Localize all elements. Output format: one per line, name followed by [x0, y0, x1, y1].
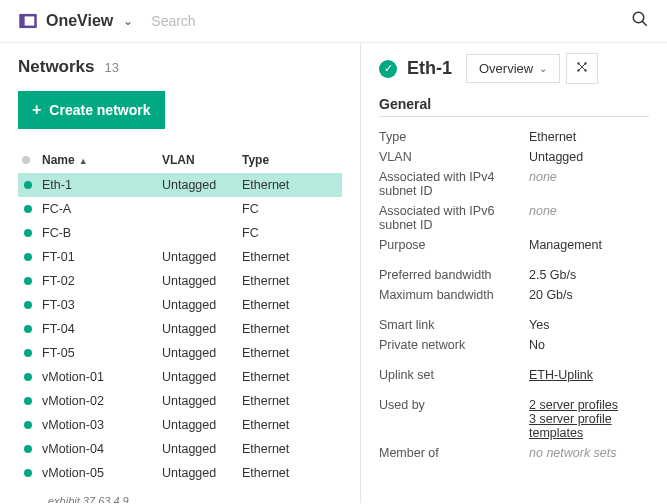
header: OneView ⌄ Search	[0, 0, 667, 43]
detail-title: Eth-1	[407, 58, 452, 79]
table-row[interactable]: FC-BFC	[18, 221, 342, 245]
cell-name: FC-A	[38, 197, 158, 221]
property-value: 20 Gb/s	[529, 288, 649, 302]
property-row: Associated with IPv6 subnet IDnone	[379, 201, 649, 235]
property-value: Management	[529, 238, 649, 252]
property-row: PurposeManagement	[379, 235, 649, 255]
cell-vlan: Untagged	[158, 365, 238, 389]
cell-name: Eth-1	[38, 173, 158, 197]
property-label: Associated with IPv6 subnet ID	[379, 204, 529, 232]
cell-vlan: Untagged	[158, 413, 238, 437]
exhibit-label: exhibit 37.63.4.9	[48, 495, 342, 503]
cell-vlan	[158, 197, 238, 221]
cell-name: vMotion-04	[38, 437, 158, 461]
property-value: No	[529, 338, 649, 352]
cell-type: Ethernet	[238, 365, 342, 389]
sort-asc-icon: ▲	[79, 156, 88, 166]
property-label: VLAN	[379, 150, 529, 164]
cell-vlan: Untagged	[158, 269, 238, 293]
status-dot-icon	[24, 373, 32, 381]
actions-button[interactable]	[566, 53, 598, 84]
cell-name: FT-01	[38, 245, 158, 269]
property-label: Type	[379, 130, 529, 144]
view-selector[interactable]: Overview ⌄	[466, 54, 560, 83]
cell-name: FT-04	[38, 317, 158, 341]
table-row[interactable]: vMotion-05UntaggedEthernet	[18, 461, 342, 485]
detail-panel: ✓ Eth-1 Overview ⌄ General TypeEthernetV…	[360, 43, 667, 503]
cell-type: Ethernet	[238, 413, 342, 437]
property-value: no network sets	[529, 446, 649, 460]
cell-vlan: Untagged	[158, 245, 238, 269]
table-row[interactable]: vMotion-02UntaggedEthernet	[18, 389, 342, 413]
property-row: Preferred bandwidth2.5 Gb/s	[379, 265, 649, 285]
table-row[interactable]: Eth-1UntaggedEthernet	[18, 173, 342, 197]
cell-name: vMotion-02	[38, 389, 158, 413]
property-label: Uplink set	[379, 368, 529, 382]
property-row: Smart linkYes	[379, 315, 649, 335]
table-row[interactable]: vMotion-04UntaggedEthernet	[18, 437, 342, 461]
property-row: Associated with IPv4 subnet IDnone	[379, 167, 649, 201]
property-row: Used by2 server profiles3 server profile…	[379, 395, 649, 443]
status-header-icon	[22, 156, 30, 164]
cell-type: Ethernet	[238, 437, 342, 461]
property-value: 2.5 Gb/s	[529, 268, 649, 282]
app-switcher-chevron-icon[interactable]: ⌄	[123, 14, 133, 28]
cell-type: Ethernet	[238, 173, 342, 197]
property-label: Maximum bandwidth	[379, 288, 529, 302]
cell-name: vMotion-01	[38, 365, 158, 389]
status-dot-icon	[24, 421, 32, 429]
type-header[interactable]: Type	[238, 147, 342, 173]
table-row[interactable]: FT-01UntaggedEthernet	[18, 245, 342, 269]
property-label: Preferred bandwidth	[379, 268, 529, 282]
chevron-down-icon: ⌄	[539, 63, 547, 74]
table-row[interactable]: vMotion-01UntaggedEthernet	[18, 365, 342, 389]
property-row: Private networkNo	[379, 335, 649, 355]
search-icon[interactable]	[631, 10, 649, 32]
cell-vlan	[158, 221, 238, 245]
cell-name: FC-B	[38, 221, 158, 245]
property-label: Purpose	[379, 238, 529, 252]
cell-type: Ethernet	[238, 461, 342, 485]
search-input[interactable]: Search	[151, 13, 631, 29]
cell-type: Ethernet	[238, 245, 342, 269]
cell-name: vMotion-03	[38, 413, 158, 437]
svg-line-3	[642, 21, 647, 26]
property-value: Ethernet	[529, 130, 649, 144]
cell-vlan: Untagged	[158, 317, 238, 341]
property-value: none	[529, 204, 649, 232]
cell-vlan: Untagged	[158, 389, 238, 413]
name-header[interactable]: Name▲	[38, 147, 158, 173]
app-title: OneView	[46, 12, 113, 30]
cell-type: FC	[238, 197, 342, 221]
status-dot-icon	[24, 349, 32, 357]
property-value[interactable]: ETH-Uplink	[529, 368, 649, 382]
cell-vlan: Untagged	[158, 173, 238, 197]
status-dot-icon	[24, 301, 32, 309]
cell-type: Ethernet	[238, 293, 342, 317]
vlan-header[interactable]: VLAN	[158, 147, 238, 173]
create-network-button[interactable]: + Create network	[18, 91, 165, 129]
property-link[interactable]: 3 server profile templates	[529, 412, 649, 440]
page-title: Networks	[18, 57, 95, 77]
property-value: Yes	[529, 318, 649, 332]
logo-icon	[18, 11, 38, 31]
table-row[interactable]: FT-04UntaggedEthernet	[18, 317, 342, 341]
property-row: TypeEthernet	[379, 127, 649, 147]
property-link[interactable]: 2 server profiles	[529, 398, 649, 412]
property-value: 2 server profiles3 server profile templa…	[529, 398, 649, 440]
create-network-label: Create network	[49, 102, 150, 118]
status-dot-icon	[24, 469, 32, 477]
status-ok-icon: ✓	[379, 60, 397, 78]
cell-type: Ethernet	[238, 269, 342, 293]
cell-type: FC	[238, 221, 342, 245]
svg-rect-1	[21, 15, 25, 27]
property-value: none	[529, 170, 649, 198]
table-row[interactable]: FT-05UntaggedEthernet	[18, 341, 342, 365]
table-row[interactable]: FT-03UntaggedEthernet	[18, 293, 342, 317]
property-label: Associated with IPv4 subnet ID	[379, 170, 529, 198]
table-row[interactable]: vMotion-03UntaggedEthernet	[18, 413, 342, 437]
property-row: Maximum bandwidth20 Gb/s	[379, 285, 649, 305]
table-row[interactable]: FT-02UntaggedEthernet	[18, 269, 342, 293]
table-row[interactable]: FC-AFC	[18, 197, 342, 221]
property-label: Member of	[379, 446, 529, 460]
